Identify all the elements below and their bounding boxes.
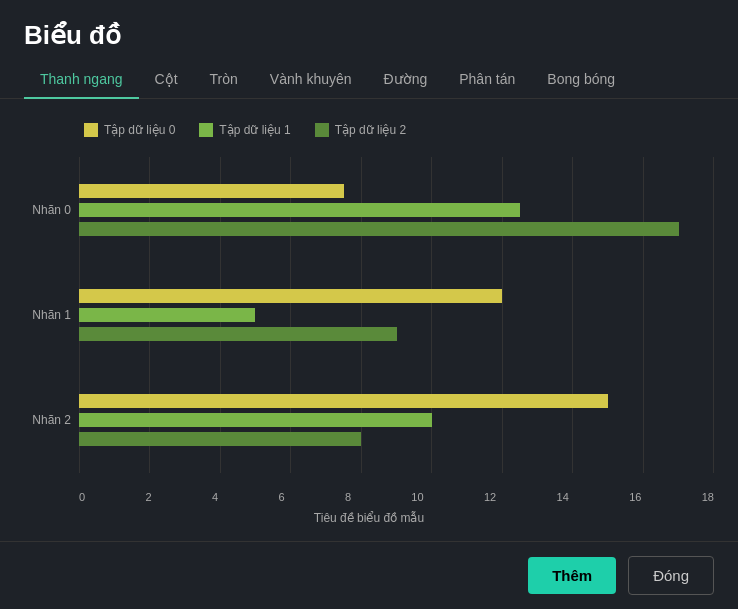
bar bbox=[79, 308, 255, 322]
bar bbox=[79, 413, 432, 427]
footer: Thêm Đóng bbox=[0, 541, 738, 609]
x-axis-title: Tiêu đề biểu đồ mẫu bbox=[24, 511, 714, 525]
bar-row bbox=[79, 221, 714, 237]
bar bbox=[79, 222, 679, 236]
legend-color-1 bbox=[199, 123, 213, 137]
chart-inner: Nhãn 0Nhãn 1Nhãn 2 024681012141618 bbox=[24, 157, 714, 503]
y-label: Nhãn 2 bbox=[24, 390, 71, 450]
bar bbox=[79, 432, 361, 446]
close-button[interactable]: Đóng bbox=[628, 556, 714, 595]
bar-row bbox=[79, 202, 714, 218]
legend-item-0: Tập dữ liệu 0 bbox=[84, 123, 175, 137]
bar bbox=[79, 394, 608, 408]
bar-row bbox=[79, 412, 714, 428]
bar bbox=[79, 184, 344, 198]
chart-area: Tập dữ liệu 0 Tập dữ liệu 1 Tập dữ liệu … bbox=[0, 99, 738, 541]
bar-row bbox=[79, 393, 714, 409]
chart-legend: Tập dữ liệu 0 Tập dữ liệu 1 Tập dữ liệu … bbox=[84, 123, 714, 137]
bar bbox=[79, 289, 502, 303]
tab-bong-bong[interactable]: Bong bóng bbox=[531, 61, 631, 99]
tab-cot[interactable]: Cột bbox=[139, 61, 194, 99]
tab-thanh-ngang[interactable]: Thanh ngang bbox=[24, 61, 139, 99]
legend-label-1: Tập dữ liệu 1 bbox=[219, 123, 290, 137]
bar-group bbox=[79, 284, 714, 346]
tab-phan-tan[interactable]: Phân tán bbox=[443, 61, 531, 99]
bar bbox=[79, 203, 520, 217]
bar bbox=[79, 327, 397, 341]
bar-row bbox=[79, 326, 714, 342]
legend-label-0: Tập dữ liệu 0 bbox=[104, 123, 175, 137]
bar-row bbox=[79, 431, 714, 447]
bar-row bbox=[79, 307, 714, 323]
tab-tron[interactable]: Tròn bbox=[194, 61, 254, 99]
tab-duong[interactable]: Đường bbox=[368, 61, 444, 99]
bar-row bbox=[79, 288, 714, 304]
y-label: Nhãn 0 bbox=[24, 180, 71, 240]
legend-item-2: Tập dữ liệu 2 bbox=[315, 123, 406, 137]
bar-group bbox=[79, 389, 714, 451]
legend-label-2: Tập dữ liệu 2 bbox=[335, 123, 406, 137]
tab-bar: Thanh ngang Cột Tròn Vành khuyên Đường P… bbox=[0, 61, 738, 99]
legend-item-1: Tập dữ liệu 1 bbox=[199, 123, 290, 137]
bar-groups bbox=[79, 157, 714, 503]
bar-row bbox=[79, 183, 714, 199]
tab-vanh-khuyen[interactable]: Vành khuyên bbox=[254, 61, 368, 99]
chart-container: Nhãn 0Nhãn 1Nhãn 2 024681012141618 Tiêu … bbox=[24, 157, 714, 525]
add-button[interactable]: Thêm bbox=[528, 557, 616, 594]
legend-color-2 bbox=[315, 123, 329, 137]
page-title: Biểu đồ bbox=[0, 0, 738, 61]
bar-group bbox=[79, 179, 714, 241]
y-labels: Nhãn 0Nhãn 1Nhãn 2 bbox=[24, 157, 79, 503]
bars-area: 024681012141618 bbox=[79, 157, 714, 503]
legend-color-0 bbox=[84, 123, 98, 137]
y-label: Nhãn 1 bbox=[24, 285, 71, 345]
